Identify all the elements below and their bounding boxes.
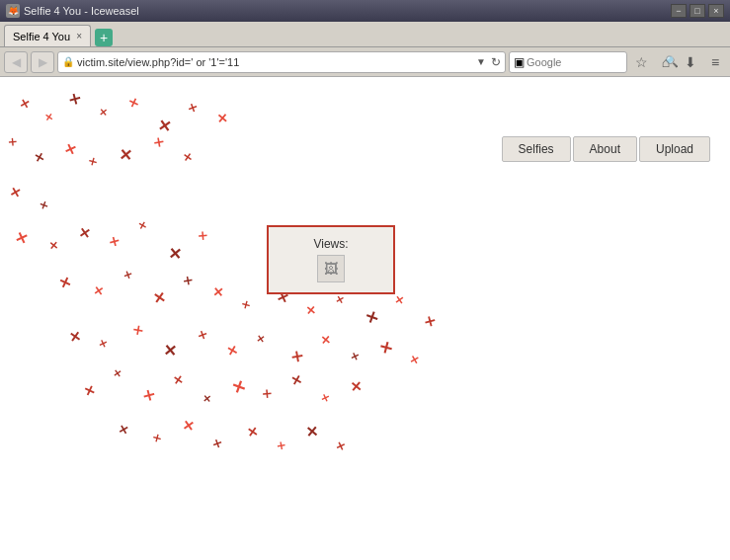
- window-controls: − □ ×: [671, 4, 724, 18]
- back-button[interactable]: ◀: [4, 51, 28, 73]
- back-icon: ◀: [12, 55, 21, 69]
- x-mark: ✕: [167, 244, 182, 264]
- x-mark: ✕: [117, 422, 129, 438]
- tab-bar: Selfie 4 You × +: [0, 22, 730, 47]
- views-image: 🖼: [317, 255, 345, 282]
- x-mark: ✕: [182, 150, 193, 164]
- x-mark: ✕: [182, 417, 197, 435]
- x-mark: ✕: [186, 101, 200, 117]
- x-mark: ✕: [210, 437, 224, 452]
- x-mark: ✕: [130, 322, 146, 339]
- x-mark: ✕: [8, 185, 23, 201]
- views-label: Views:: [313, 237, 348, 251]
- x-mark: ✕: [320, 334, 331, 349]
- x-mark: ✕: [225, 343, 240, 360]
- x-mark: ✕: [140, 386, 158, 406]
- x-mark: ✕: [113, 367, 122, 379]
- window-title: Selfie 4 You - Iceweasel: [24, 5, 139, 17]
- tab-close-button[interactable]: ×: [76, 31, 82, 41]
- x-mark: ✕: [229, 376, 249, 399]
- x-mark: ✕: [137, 219, 148, 232]
- x-mark: ✕: [156, 116, 172, 136]
- x-mark: ✕: [334, 440, 347, 454]
- x-mark: ✕: [152, 288, 168, 308]
- nav-bar: ◀ ▶ 🔒 ▼ ↻ ▣ 🔍 ☆ ⌂ ⬇ ≡: [0, 47, 730, 77]
- x-mark: ✕: [162, 341, 177, 360]
- url-input[interactable]: [77, 56, 473, 68]
- x-mark: ✕: [287, 347, 306, 366]
- x-mark: ✕: [211, 284, 223, 300]
- upload-button[interactable]: Upload: [639, 136, 710, 162]
- refresh-button[interactable]: ↻: [491, 55, 501, 69]
- x-mark: ✕: [126, 96, 140, 113]
- x-mark: ✕: [350, 378, 363, 395]
- download-icon[interactable]: ⬇: [680, 54, 701, 70]
- x-mark: ✕: [180, 274, 195, 289]
- browser-content: ✕✕✕✕✕✕✕✕✕✕✕✕✕✕✕✕✕✕✕✕✕✕✕✕✕✕✕✕✕✕✕✕✕✕✕✕✕✕✕✕…: [0, 77, 730, 560]
- x-mark: ✕: [82, 382, 97, 400]
- x-mark: ✕: [93, 283, 105, 299]
- x-mark: ✕: [195, 229, 209, 245]
- x-mark: ✕: [305, 304, 316, 319]
- x-mark: ✕: [172, 372, 184, 388]
- forward-button[interactable]: ▶: [31, 51, 54, 73]
- app-icon: 🦊: [6, 4, 20, 18]
- x-mark: ✕: [246, 424, 259, 440]
- x-mark: ✕: [106, 233, 122, 250]
- x-mark: ✕: [289, 372, 304, 389]
- x-mark: ✕: [48, 240, 58, 254]
- x-mark: ✕: [203, 393, 211, 405]
- x-mark: ✕: [275, 440, 287, 453]
- search-box-icon: ▣: [514, 55, 525, 69]
- x-mark: ✕: [99, 107, 108, 119]
- x-mark: ✕: [305, 422, 320, 440]
- selfies-button[interactable]: Selfies: [502, 136, 571, 162]
- x-mark: ✕: [62, 139, 79, 158]
- title-bar: 🦊 Selfie 4 You - Iceweasel − □ ×: [0, 0, 730, 22]
- x-mark: ✕: [122, 269, 133, 281]
- x-mark: ✕: [256, 333, 266, 345]
- x-mark: ✕: [422, 312, 439, 330]
- views-box: Views: 🖼: [267, 225, 395, 294]
- x-mark: ✕: [33, 150, 45, 166]
- x-mark: ✕: [363, 307, 381, 329]
- about-button[interactable]: About: [573, 136, 637, 162]
- site-icon: 🔒: [62, 56, 74, 67]
- search-container: ▣ 🔍: [509, 51, 627, 73]
- url-dropdown-icon[interactable]: ▼: [476, 56, 486, 67]
- x-mark: ✕: [78, 224, 93, 242]
- home-icon[interactable]: ⌂: [655, 54, 677, 70]
- x-mark: ✕: [97, 338, 108, 351]
- x-mark: ✕: [151, 432, 163, 445]
- x-mark: ✕: [18, 96, 31, 112]
- x-mark: ✕: [43, 111, 53, 122]
- x-mark: ✕: [196, 328, 209, 344]
- x-mark: ✕: [349, 351, 360, 363]
- x-mark: ✕: [376, 337, 396, 359]
- image-icon: 🖼: [324, 261, 338, 277]
- x-mark: ✕: [259, 387, 274, 403]
- bookmark-icon[interactable]: ☆: [630, 54, 652, 70]
- x-mark: ✕: [216, 112, 228, 127]
- x-mark: ✕: [12, 228, 30, 249]
- x-mark: ✕: [335, 293, 346, 306]
- page-nav: Selfies About Upload: [502, 136, 710, 162]
- forward-icon: ▶: [39, 55, 47, 69]
- x-mark: ✕: [319, 392, 330, 405]
- x-mark: ✕: [394, 293, 405, 307]
- tab-selfie4you[interactable]: Selfie 4 You ×: [4, 25, 91, 46]
- x-mark: ✕: [87, 155, 99, 169]
- x-mark: ✕: [240, 298, 252, 312]
- x-mark: ✕: [68, 328, 83, 346]
- url-bar-container: 🔒 ▼ ↻: [57, 51, 506, 73]
- maximize-button[interactable]: □: [689, 4, 705, 18]
- tab-label: Selfie 4 You: [13, 31, 70, 42]
- new-tab-button[interactable]: +: [95, 29, 113, 46]
- x-mark: ✕: [66, 90, 84, 110]
- x-mark: ✕: [408, 353, 420, 367]
- minimize-button[interactable]: −: [671, 4, 687, 18]
- menu-icon[interactable]: ≡: [704, 54, 726, 70]
- x-mark: ✕: [38, 200, 49, 212]
- x-mark: ✕: [150, 134, 166, 151]
- close-button[interactable]: ×: [708, 4, 724, 18]
